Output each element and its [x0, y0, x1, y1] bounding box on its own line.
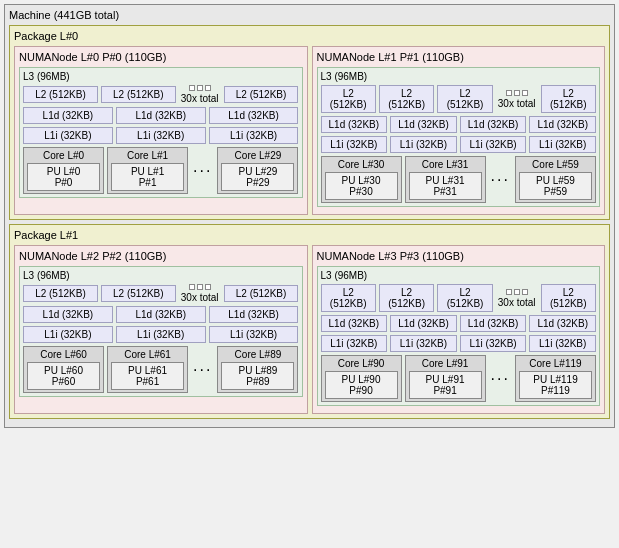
core-box: Core L#90PU L#90 P#90 [321, 355, 402, 402]
core-box: Core L#30PU L#30 P#30 [321, 156, 402, 203]
package-title: Package L#1 [14, 229, 605, 241]
l3-title: L3 (96MB) [321, 71, 597, 82]
core-title: Core L#31 [409, 159, 482, 170]
l1d-box: L1d (32KB) [460, 116, 527, 133]
l2-row: L2 (512KB)L2 (512KB)L2 (512KB)30x totalL… [321, 85, 597, 113]
ellipsis-col: ··· [489, 156, 512, 203]
l1d-box-last: L1d (32KB) [529, 116, 596, 133]
l1i-row: L1i (32KB)L1i (32KB)L1i (32KB)L1i (32KB) [321, 136, 597, 153]
core-row: Core L#30PU L#30 P#30Core L#31PU L#31 P#… [321, 156, 597, 203]
pu-box: PU L#90 P#90 [325, 371, 398, 399]
l1i-box-last: L1i (32KB) [209, 326, 299, 343]
l2-box-last: L2 (512KB) [224, 285, 299, 302]
pu-box: PU L#61 P#61 [111, 362, 184, 390]
l1i-box: L1i (32KB) [116, 127, 206, 144]
core-box: Core L#0PU L#0 P#0 [23, 147, 104, 194]
ellipsis-col: ··· [191, 147, 214, 194]
core-box: Core L#91PU L#91 P#91 [405, 355, 486, 402]
numa-title: NUMANode L#3 P#3 (110GB) [317, 250, 601, 262]
l1d-box-last: L1d (32KB) [209, 306, 299, 323]
l1i-box-last: L1i (32KB) [529, 136, 596, 153]
total-indicator: 30x total [179, 284, 221, 303]
core-title-last: Core L#89 [221, 349, 294, 360]
core-title: Core L#30 [325, 159, 398, 170]
core-box: Core L#1PU L#1 P#1 [107, 147, 188, 194]
core-title-last: Core L#29 [221, 150, 294, 161]
l1d-box: L1d (32KB) [23, 107, 113, 124]
numa-title: NUMANode L#1 P#1 (110GB) [317, 51, 601, 63]
l1d-box: L1d (32KB) [390, 116, 457, 133]
core-box-last: Core L#59PU L#59 P#59 [515, 156, 596, 203]
core-title: Core L#61 [111, 349, 184, 360]
pu-box: PU L#31 P#31 [409, 172, 482, 200]
core-box: Core L#60PU L#60 P#60 [23, 346, 104, 393]
ellipsis-col: ··· [191, 346, 214, 393]
l1d-row: L1d (32KB)L1d (32KB)L1d (32KB)L1d (32KB) [321, 315, 597, 332]
l2-box: L2 (512KB) [379, 85, 434, 113]
l2-box: L2 (512KB) [101, 285, 176, 302]
core-box-last: Core L#119PU L#119 P#119 [515, 355, 596, 402]
core-box-last: Core L#29PU L#29 P#29 [217, 147, 298, 194]
l1i-row: L1i (32KB)L1i (32KB)L1i (32KB) [23, 127, 299, 144]
numa-box: NUMANode L#0 P#0 (110GB)L3 (96MB)L2 (512… [14, 46, 308, 215]
l1i-row: L1i (32KB)L1i (32KB)L1i (32KB)L1i (32KB) [321, 335, 597, 352]
l1i-box: L1i (32KB) [321, 136, 388, 153]
l2-box: L2 (512KB) [379, 284, 434, 312]
core-title-last: Core L#119 [519, 358, 592, 369]
l3-box: L3 (96MB)L2 (512KB)L2 (512KB)30x totalL2… [19, 266, 303, 397]
machine-title: Machine (441GB total) [9, 9, 610, 21]
package-box: Package L#0NUMANode L#0 P#0 (110GB)L3 (9… [9, 25, 610, 220]
pu-box-last: PU L#119 P#119 [519, 371, 592, 399]
pu-box: PU L#60 P#60 [27, 362, 100, 390]
l1d-row: L1d (32KB)L1d (32KB)L1d (32KB) [23, 107, 299, 124]
core-title: Core L#0 [27, 150, 100, 161]
total-text: 30x total [181, 292, 219, 303]
numa-box: NUMANode L#3 P#3 (110GB)L3 (96MB)L2 (512… [312, 245, 606, 414]
core-title: Core L#91 [409, 358, 482, 369]
pu-box-last: PU L#29 P#29 [221, 163, 294, 191]
l2-box: L2 (512KB) [101, 86, 176, 103]
l2-box: L2 (512KB) [321, 85, 376, 113]
core-row: Core L#0PU L#0 P#0Core L#1PU L#1 P#1···C… [23, 147, 299, 194]
numa-title: NUMANode L#0 P#0 (110GB) [19, 51, 303, 63]
l1i-box-last: L1i (32KB) [529, 335, 596, 352]
l2-box-last: L2 (512KB) [541, 85, 596, 113]
l1i-box: L1i (32KB) [116, 326, 206, 343]
numa-title: NUMANode L#2 P#2 (110GB) [19, 250, 303, 262]
l3-box: L3 (96MB)L2 (512KB)L2 (512KB)L2 (512KB)3… [317, 266, 601, 406]
l2-box-last: L2 (512KB) [224, 86, 299, 103]
l3-box: L3 (96MB)L2 (512KB)L2 (512KB)30x totalL2… [19, 67, 303, 198]
l1i-box: L1i (32KB) [460, 136, 527, 153]
l1d-box: L1d (32KB) [116, 107, 206, 124]
l1d-box-last: L1d (32KB) [209, 107, 299, 124]
l2-row: L2 (512KB)L2 (512KB)30x totalL2 (512KB) [23, 284, 299, 303]
l2-box: L2 (512KB) [23, 285, 98, 302]
l1d-row: L1d (32KB)L1d (32KB)L1d (32KB)L1d (32KB) [321, 116, 597, 133]
numa-row: NUMANode L#0 P#0 (110GB)L3 (96MB)L2 (512… [14, 46, 605, 215]
core-title: Core L#60 [27, 349, 100, 360]
total-indicator: 30x total [179, 85, 221, 104]
numa-row: NUMANode L#2 P#2 (110GB)L3 (96MB)L2 (512… [14, 245, 605, 414]
core-row: Core L#60PU L#60 P#60Core L#61PU L#61 P#… [23, 346, 299, 393]
l1d-box: L1d (32KB) [321, 116, 388, 133]
l1i-row: L1i (32KB)L1i (32KB)L1i (32KB) [23, 326, 299, 343]
numa-box: NUMANode L#2 P#2 (110GB)L3 (96MB)L2 (512… [14, 245, 308, 414]
l2-box: L2 (512KB) [321, 284, 376, 312]
l1i-box: L1i (32KB) [460, 335, 527, 352]
package-box: Package L#1NUMANode L#2 P#2 (110GB)L3 (9… [9, 224, 610, 419]
l2-box: L2 (512KB) [437, 85, 492, 113]
l2-box: L2 (512KB) [23, 86, 98, 103]
l1d-box: L1d (32KB) [390, 315, 457, 332]
ellipsis-col: ··· [489, 355, 512, 402]
l2-box: L2 (512KB) [437, 284, 492, 312]
pu-box: PU L#0 P#0 [27, 163, 100, 191]
l3-title: L3 (96MB) [23, 71, 299, 82]
l3-title: L3 (96MB) [321, 270, 597, 281]
total-indicator: 30x total [496, 90, 538, 109]
l3-title: L3 (96MB) [23, 270, 299, 281]
pu-box: PU L#91 P#91 [409, 371, 482, 399]
l1d-box: L1d (32KB) [23, 306, 113, 323]
l2-box-last: L2 (512KB) [541, 284, 596, 312]
package-title: Package L#0 [14, 30, 605, 42]
pu-box-last: PU L#59 P#59 [519, 172, 592, 200]
